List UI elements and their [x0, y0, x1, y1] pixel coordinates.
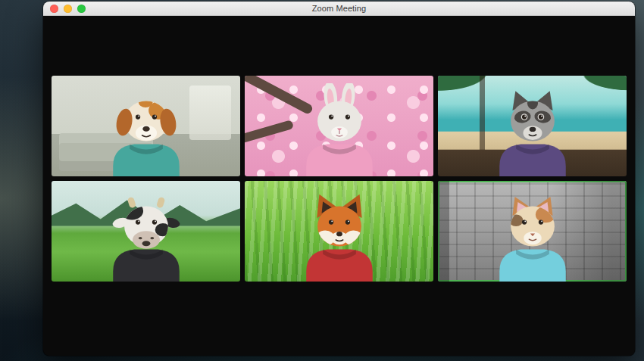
video-tile-dog[interactable]: [52, 76, 240, 176]
cow-avatar: [86, 188, 205, 282]
video-tile-raccoon[interactable]: [438, 76, 627, 176]
zoom-window: Zoom Meeting: [43, 2, 635, 356]
desktop: Zoom Meeting { "window": { "title": "Zoo…: [0, 0, 644, 361]
hoodie: [499, 144, 566, 176]
minimize-button[interactable]: [64, 5, 72, 13]
hoodie: [113, 144, 180, 176]
video-tile-fox[interactable]: [245, 181, 433, 282]
meeting-content: [43, 16, 635, 356]
video-tile-cow[interactable]: [52, 181, 240, 282]
dog-avatar: [86, 83, 205, 176]
hoodie: [499, 249, 566, 282]
window-titlebar[interactable]: Zoom Meeting: [43, 2, 635, 16]
raccoon-avatar: [473, 83, 591, 176]
hoodie: [113, 249, 180, 282]
video-grid: [52, 76, 627, 282]
video-tile-cat[interactable]: [438, 181, 627, 282]
close-button[interactable]: [50, 5, 58, 13]
window-title: Zoom Meeting: [43, 4, 635, 13]
rabbit-avatar: [280, 83, 398, 176]
fox-avatar: [280, 188, 398, 282]
hoodie: [306, 249, 373, 282]
video-tile-rabbit[interactable]: [245, 76, 433, 176]
zoom-button[interactable]: [77, 5, 86, 13]
cat-avatar: [473, 188, 591, 282]
traffic-lights: [43, 5, 86, 13]
hoodie: [306, 144, 373, 176]
